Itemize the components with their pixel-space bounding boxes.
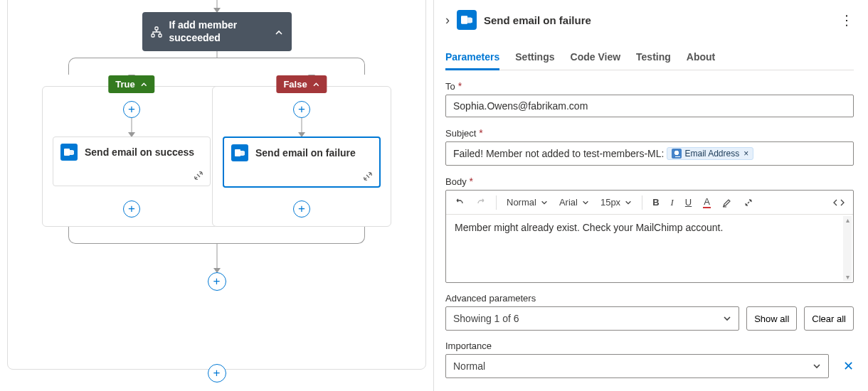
chip-label: Email Address <box>684 149 739 159</box>
false-branch: False + Send email on failure + <box>212 86 391 227</box>
panel-header: › Send email on failure ⋯ <box>445 6 854 37</box>
chevron-up-icon <box>141 79 148 90</box>
svg-rect-5 <box>461 16 467 23</box>
importance-select[interactable]: Normal <box>445 354 829 378</box>
flow-canvas: + If add member succeeded True + <box>0 0 434 391</box>
action-title: Send email on success <box>85 146 194 158</box>
scroll-down-icon: ▾ <box>843 273 852 281</box>
link-button[interactable] <box>741 196 756 209</box>
tab-code-view[interactable]: Code View <box>571 51 621 70</box>
tab-testing[interactable]: Testing <box>636 51 671 70</box>
tab-parameters[interactable]: Parameters <box>445 51 499 70</box>
condition-label: If add member succeeded <box>169 19 268 44</box>
undo-button[interactable] <box>452 196 467 209</box>
rich-text-editor: Normal Arial 15px B I U A Member might a… <box>445 190 854 283</box>
outlook-icon <box>457 10 477 30</box>
body-field: Body * Normal Arial 15px B I U A Member … <box>445 176 854 283</box>
svg-rect-4 <box>235 149 240 156</box>
outlook-icon <box>231 144 248 161</box>
connector-line <box>132 118 132 134</box>
style-value: Normal <box>507 197 536 208</box>
outer-scope-card: + If add member succeeded True + <box>7 0 426 370</box>
required-marker: * <box>458 80 462 92</box>
body-text: Member might already exist. Check your M… <box>455 222 723 233</box>
required-marker: * <box>479 127 482 139</box>
true-tag[interactable]: True <box>108 75 154 93</box>
highlight-button[interactable] <box>719 196 735 209</box>
to-label: To <box>445 81 455 92</box>
details-panel: › Send email on failure ⋯ Parameters Set… <box>434 0 868 391</box>
importance-label: Importance <box>445 341 854 351</box>
tab-settings[interactable]: Settings <box>515 51 554 70</box>
tab-about[interactable]: About <box>687 51 715 70</box>
font-color-button[interactable]: A <box>700 195 714 210</box>
branch-icon <box>151 26 162 38</box>
bold-button[interactable]: B <box>650 196 662 209</box>
subject-input[interactable]: Failed! Member not added to test-members… <box>445 141 854 166</box>
add-step-button[interactable]: + <box>208 272 226 291</box>
true-label: True <box>115 79 134 90</box>
add-step-button[interactable]: + <box>293 101 310 118</box>
dynamic-content-chip[interactable]: Email Address × <box>667 147 753 160</box>
required-marker: * <box>470 176 473 187</box>
toolbar-separator <box>642 196 642 210</box>
panel-tabs: Parameters Settings Code View Testing Ab… <box>445 51 854 70</box>
advanced-params-select[interactable]: Showing 1 of 6 <box>445 306 739 331</box>
remove-chip-button[interactable]: × <box>743 149 748 159</box>
subject-text: Failed! Member not added to test-members… <box>453 148 664 159</box>
branch-merge <box>68 227 365 244</box>
underline-button[interactable]: U <box>682 196 694 209</box>
show-all-button[interactable]: Show all <box>746 306 797 331</box>
svg-rect-0 <box>155 27 158 30</box>
body-label: Body <box>445 176 467 187</box>
false-tag[interactable]: False <box>276 75 327 93</box>
person-icon <box>672 149 682 159</box>
action-send-email-success[interactable]: Send email on success <box>53 136 211 186</box>
chevron-up-icon[interactable] <box>275 26 283 38</box>
importance-field: Importance Normal ✕ <box>445 341 854 378</box>
connection-icon[interactable] <box>224 168 379 186</box>
body-input[interactable]: Member might already exist. Check your M… <box>446 215 853 282</box>
add-step-button[interactable]: + <box>123 101 140 118</box>
true-branch: True + Send email on success + <box>42 86 221 227</box>
add-step-button[interactable]: + <box>293 200 310 218</box>
toolbar-separator <box>496 196 497 210</box>
connector-line <box>302 118 302 134</box>
branch-splitter <box>68 58 365 75</box>
more-menu-button[interactable]: ⋯ <box>839 14 856 27</box>
connection-icon[interactable] <box>53 167 210 186</box>
outlook-icon <box>60 144 78 161</box>
svg-rect-2 <box>159 34 162 37</box>
scroll-up-icon: ▴ <box>843 216 852 224</box>
editor-toolbar: Normal Arial 15px B I U A <box>446 191 853 215</box>
italic-button[interactable]: I <box>668 196 677 210</box>
collapse-panel-button[interactable]: › <box>445 13 450 28</box>
condition-node[interactable]: If add member succeeded <box>142 12 292 51</box>
to-input[interactable]: Sophia.Owens@fabrikam.com <box>445 95 854 117</box>
action-send-email-failure[interactable]: Send email on failure <box>223 136 381 188</box>
font-select[interactable]: Arial <box>556 196 592 209</box>
paragraph-style-select[interactable]: Normal <box>504 196 551 209</box>
svg-rect-1 <box>152 34 154 37</box>
svg-rect-3 <box>64 149 70 156</box>
advanced-parameters: Advanced parameters Showing 1 of 6 Show … <box>445 293 854 331</box>
add-step-button[interactable]: + <box>123 200 140 218</box>
font-size-select[interactable]: 15px <box>598 196 635 209</box>
connector-line <box>216 244 217 269</box>
action-title: Send email on failure <box>255 147 356 159</box>
chevron-up-icon <box>313 79 320 90</box>
add-step-bottom[interactable]: + <box>208 364 226 382</box>
remove-param-button[interactable]: ✕ <box>843 358 854 374</box>
subject-field: Subject * Failed! Member not added to te… <box>445 127 854 166</box>
subject-label: Subject <box>445 128 476 139</box>
to-field: To * Sophia.Owens@fabrikam.com <box>445 80 854 117</box>
clear-all-button[interactable]: Clear all <box>804 306 854 331</box>
scrollbar[interactable]: ▴ ▾ <box>843 216 852 281</box>
code-view-button[interactable] <box>830 196 847 209</box>
font-value: Arial <box>559 197 578 208</box>
adv-select-value: Showing 1 of 6 <box>453 313 519 324</box>
redo-button[interactable] <box>473 196 489 209</box>
panel-title: Send email on failure <box>484 14 591 26</box>
false-label: False <box>283 79 307 90</box>
to-value: Sophia.Owens@fabrikam.com <box>453 100 588 112</box>
